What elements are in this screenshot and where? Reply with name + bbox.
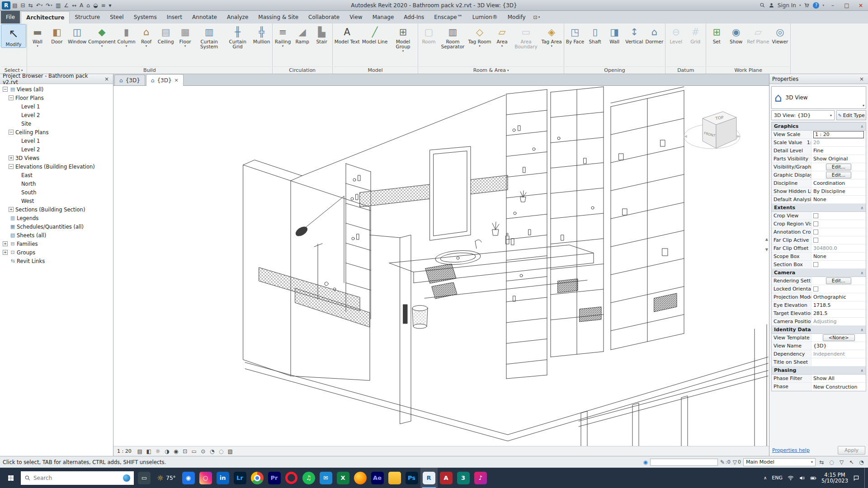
tree-item-elevations-building-elevation[interactable]: −Elevations (Building Elevation) xyxy=(0,162,113,171)
close-button[interactable]: × xyxy=(855,2,866,9)
search-icon[interactable] xyxy=(760,2,765,8)
collapse-group-icon[interactable]: ∧ xyxy=(860,206,863,210)
tool-wall[interactable]: ▬Wall▾ xyxy=(28,24,47,48)
opera-icon[interactable] xyxy=(283,468,300,488)
prop-row-dependency[interactable]: DependencyIndependent xyxy=(772,350,866,358)
worksharing-display-icon[interactable]: ⇆ xyxy=(818,458,826,466)
prop-group-identity-data[interactable]: Identity Data∧ xyxy=(772,326,866,334)
ribbon-tab-insert[interactable]: Insert xyxy=(162,11,187,23)
type-selector[interactable]: ⌂ 3D View ▾ xyxy=(771,86,866,109)
tool-door[interactable]: ◧Door xyxy=(47,24,66,45)
undo-icon[interactable]: ↶▾ xyxy=(35,1,44,10)
revit-taskbar-icon[interactable]: R xyxy=(420,468,438,488)
3ds-max-icon[interactable]: 3 xyxy=(455,468,472,488)
selection-filter-token[interactable]: ▽0 xyxy=(733,459,741,465)
ribbon-tab-view[interactable]: View xyxy=(344,11,367,23)
battery-icon[interactable] xyxy=(810,475,816,481)
visual-style-icon[interactable]: ◧ xyxy=(145,447,153,455)
show-desktop-button[interactable] xyxy=(864,468,867,488)
search-assistant-icon[interactable] xyxy=(123,474,130,482)
prop-row-title-on-sheet[interactable]: Title on Sheet xyxy=(772,358,866,366)
button-rendering-setti[interactable]: Edit... xyxy=(826,277,851,284)
tree-item-revit-links[interactable]: ⇆Revit Links xyxy=(0,257,113,265)
linkedin-icon[interactable]: in xyxy=(214,468,231,488)
search-input[interactable] xyxy=(33,475,120,481)
tree-item-groups[interactable]: +⊡Groups xyxy=(0,248,113,257)
tool-ref-plane[interactable]: ▱Ref Plane xyxy=(746,24,770,45)
rendering-dialog-icon[interactable]: ◉ xyxy=(172,447,180,455)
prop-row-crop-view[interactable]: Crop View xyxy=(772,212,866,220)
tool-ceiling[interactable]: ▤Ceiling xyxy=(156,24,175,45)
prop-row-locked-orientat[interactable]: Locked Orientat... xyxy=(772,285,866,293)
panel-label-room-area[interactable]: Room & Area▾ xyxy=(419,66,562,74)
ribbon-tab-systems[interactable]: Systems xyxy=(129,11,162,23)
tool-model-group[interactable]: ⊞Model Group▾ xyxy=(389,24,417,53)
ribbon-tab-manage[interactable]: Manage xyxy=(368,11,399,23)
project-browser-close-icon[interactable]: × xyxy=(103,76,110,82)
help-icon[interactable]: ? xyxy=(813,2,819,9)
prop-group-camera[interactable]: Camera∧ xyxy=(772,269,866,277)
photoshop-icon[interactable]: Ps xyxy=(403,468,420,488)
autocad-icon[interactable]: A xyxy=(438,468,455,488)
ribbon-tab-massing-site[interactable]: Massing & Site xyxy=(253,11,303,23)
tool-set[interactable]: ⊞Set xyxy=(707,24,726,45)
status-progress-field[interactable] xyxy=(650,459,718,466)
canvas-scroll-arrows[interactable]: ▲ ▼ xyxy=(765,237,768,252)
ribbon-tab-collaborate[interactable]: Collaborate xyxy=(303,11,344,23)
checkbox-locked-orientat[interactable] xyxy=(813,286,818,291)
prop-row-scope-box[interactable]: Scope BoxNone xyxy=(772,253,866,261)
checkbox-far-clip-active[interactable] xyxy=(813,238,818,243)
view-tab-close-icon[interactable]: × xyxy=(175,77,179,83)
collapse-group-icon[interactable]: ∧ xyxy=(860,124,863,129)
ribbon-tab-add-ins[interactable]: Add-Ins xyxy=(399,11,429,23)
panel-label-work-plane[interactable]: Work Plane xyxy=(707,66,789,74)
detail-level-icon[interactable]: ▤ xyxy=(136,447,144,455)
prop-row-scale-value-1[interactable]: Scale Value 1:20 xyxy=(772,139,866,147)
tree-item-east[interactable]: East xyxy=(0,171,113,179)
reveal-hidden-icon[interactable]: ◌ xyxy=(828,458,835,466)
panel-label-opening[interactable]: Opening xyxy=(565,66,664,74)
prop-row-crop-region-vis[interactable]: Crop Region Vis... xyxy=(772,220,866,228)
user-icon[interactable] xyxy=(769,2,774,8)
prop-row-show-hidden-li[interactable]: Show Hidden Li...By Discipline xyxy=(772,188,866,196)
tree-item-south[interactable]: South xyxy=(0,188,113,197)
ribbon-tab-file[interactable]: File xyxy=(1,11,20,23)
view-scale-control[interactable]: 1 : 20 xyxy=(115,448,135,454)
tray-expand-icon[interactable]: ∧ xyxy=(764,475,767,480)
reveal-hidden-elements-icon[interactable]: ◌ xyxy=(217,447,226,455)
temporary-hide-isolate-icon[interactable]: ◔ xyxy=(208,447,217,455)
tool-vertical[interactable]: ↕Vertical xyxy=(624,24,644,45)
tree-item-schedules-quantities-all[interactable]: ▦Schedules/Quantities (all) xyxy=(0,222,113,231)
volume-icon[interactable] xyxy=(799,475,805,481)
prop-row-parts-visibility[interactable]: Parts VisibilityShow Original xyxy=(772,155,866,163)
tool-window[interactable]: ◫Window xyxy=(67,24,87,45)
lightroom-icon[interactable]: Lr xyxy=(231,468,249,488)
prop-row-far-clip-offset[interactable]: Far Clip Offset304800.0 xyxy=(772,244,866,253)
caret-down-icon[interactable]: ▾ xyxy=(41,4,43,7)
edit-type-button[interactable]: ✎ Edit Type xyxy=(836,110,866,120)
prop-group-extents[interactable]: Extents∧ xyxy=(772,204,866,212)
sign-in-button[interactable]: Sign In xyxy=(778,2,796,9)
ribbon-tab-architecture[interactable]: Architecture xyxy=(21,11,70,23)
button-graphic-display[interactable]: Edit... xyxy=(826,172,851,178)
properties-help-link[interactable]: Properties help xyxy=(772,447,810,453)
view-cube[interactable]: TOP FRONT xyxy=(682,106,745,160)
crop-view-icon[interactable]: ⊡ xyxy=(181,447,189,455)
premiere-icon[interactable]: Pr xyxy=(266,468,283,488)
print-icon[interactable]: ▥ xyxy=(54,1,62,10)
tool-area-boundary[interactable]: ▭Area Boundary xyxy=(512,24,540,50)
minimize-button[interactable]: – xyxy=(827,2,838,9)
prop-row-default-analysis[interactable]: Default Analysis...None xyxy=(772,196,866,204)
tree-item-level-1[interactable]: Level 1 xyxy=(0,136,113,145)
text-icon[interactable]: A xyxy=(78,1,85,10)
tool-model-line[interactable]: ╱Model Line xyxy=(361,24,389,45)
sign-in-caret-icon[interactable]: ▾ xyxy=(799,4,801,7)
tool-by-face[interactable]: ◳By Face xyxy=(565,24,585,45)
collapse-group-icon[interactable]: ∧ xyxy=(860,328,863,332)
after-effects-icon[interactable]: Ae xyxy=(369,468,386,488)
tool-shaft[interactable]: ▯Shaft xyxy=(585,24,604,45)
panel-label-datum[interactable]: Datum xyxy=(666,66,705,74)
clock[interactable]: 4:15 PM 5/10/2023 xyxy=(821,472,848,484)
tree-item-north[interactable]: North xyxy=(0,179,113,188)
collapse-group-icon[interactable]: ∧ xyxy=(860,368,863,373)
